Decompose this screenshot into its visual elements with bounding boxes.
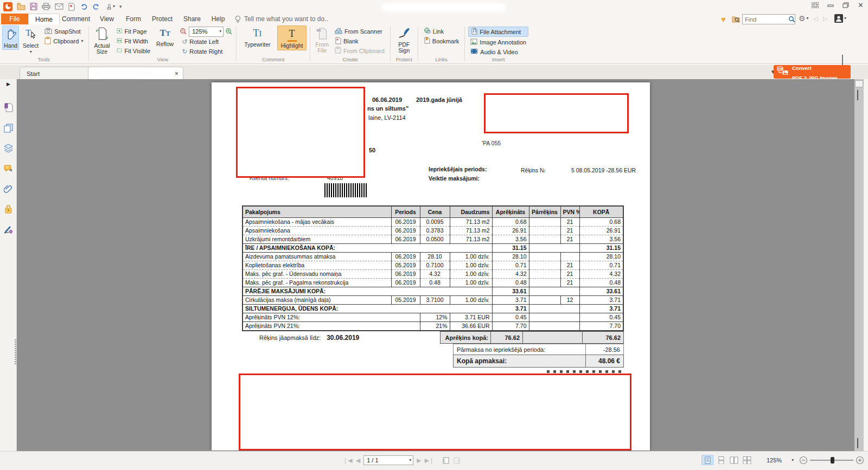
next-page-icon[interactable]: ▶	[417, 457, 421, 464]
tab-comment[interactable]: Comment	[59, 14, 93, 24]
due-label: Rēķins jāapmaksā līdz:	[259, 334, 321, 341]
group-label-tools: Tools	[2, 56, 85, 63]
select-tool-button[interactable]: T Select▾	[21, 25, 40, 55]
undo-icon[interactable]	[80, 3, 88, 10]
tab-start[interactable]: Start	[20, 67, 99, 80]
rotate-left-button[interactable]: ↺ Rotate Left	[180, 37, 233, 46]
bookmarks-panel-icon[interactable]	[4, 103, 13, 112]
email-icon[interactable]	[55, 3, 63, 10]
layout-single-page-icon[interactable]	[701, 455, 713, 465]
app-logo-icon[interactable]	[3, 2, 12, 11]
statusbar-zoom-dropdown-icon[interactable]: ▾	[792, 458, 794, 462]
blank-button[interactable]: Blank	[333, 36, 387, 46]
clipboard-button[interactable]: Clipboard▾	[42, 36, 85, 46]
reflow-button[interactable]: TT Reflow	[155, 25, 175, 48]
workspaces-icon[interactable]	[812, 2, 819, 8]
table-cell: Maks. pēc graf. - Ūdensvadu nomaiņa	[242, 270, 391, 279]
scroll-down-icon[interactable]	[857, 439, 858, 449]
document-canvas-area[interactable]: 06.06.2019 2019.gada jūnijā ns un siltum…	[17, 79, 855, 451]
layout-continuous-icon[interactable]	[716, 455, 726, 465]
prev-page-icon[interactable]: ◀	[356, 457, 360, 464]
scrollbar-thumb[interactable]	[855, 80, 863, 87]
zoom-out-icon[interactable]	[180, 28, 187, 35]
panel-resize-handle[interactable]	[15, 339, 16, 364]
find-input[interactable]	[743, 16, 788, 23]
from-file-button[interactable]: FromFile	[314, 25, 330, 55]
file-attachment-button[interactable]: File Attachment	[468, 27, 528, 37]
layout-facing-icon[interactable]	[729, 455, 739, 465]
restore-icon[interactable]	[843, 2, 849, 8]
table-cell: 0.48	[579, 279, 623, 287]
nav-forward-icon[interactable]: ▷	[823, 15, 827, 22]
fit-visible-button[interactable]: Fit Visible	[114, 46, 152, 55]
tab-close-icon[interactable]: ×	[175, 70, 178, 78]
fit-page-button[interactable]: Fit Page	[114, 27, 152, 36]
actual-size-button[interactable]: ActualSize	[92, 25, 111, 56]
attachments-panel-icon[interactable]	[4, 184, 13, 194]
audio-video-button[interactable]: Audio & Video	[468, 47, 528, 56]
rotate-right-button[interactable]: ↻ Rotate Right	[180, 47, 233, 56]
minimize-icon[interactable]	[827, 3, 834, 8]
image-annotation-button[interactable]: Image Annotation	[468, 37, 528, 47]
security-panel-icon[interactable]	[4, 204, 13, 214]
statusbar-zoom-in-icon[interactable]	[856, 456, 864, 465]
hand-tool-button[interactable]: Hand	[2, 25, 19, 50]
vertical-scrollbar[interactable]	[854, 79, 864, 451]
from-clipboard-button[interactable]: From Clipboard	[333, 46, 387, 55]
collapse-ribbon-button[interactable]	[842, 56, 843, 66]
customize-toolbar-icon[interactable]: ▾	[119, 4, 122, 10]
page-number-combo[interactable]: 1 / 1▾	[363, 455, 413, 465]
zoom-slider-thumb[interactable]	[831, 457, 834, 463]
zoom-in-icon[interactable]	[225, 28, 233, 35]
typewriter-button[interactable]: TI Typewriter	[240, 25, 275, 49]
table-cell: 0.48	[420, 279, 450, 287]
prev-view-icon[interactable]	[442, 456, 450, 464]
tab-help[interactable]: Help	[206, 14, 230, 24]
statusbar-zoom-out-icon[interactable]	[799, 456, 808, 465]
account-avatar-icon[interactable]: ▾	[834, 14, 846, 23]
snapshot-button[interactable]: SnapShot	[42, 27, 85, 36]
save-icon[interactable]	[30, 3, 37, 10]
pages-panel-icon[interactable]	[4, 124, 13, 133]
tab-form[interactable]: Form	[120, 14, 146, 24]
redo-icon[interactable]	[92, 3, 100, 10]
fit-width-button[interactable]: Fit Width	[114, 36, 152, 46]
create-pdf-icon[interactable]	[68, 3, 75, 11]
settings-gear-icon[interactable]: ⚙▾	[799, 14, 809, 23]
layout-continuous-facing-icon[interactable]	[742, 455, 752, 465]
bookmark-button[interactable]: Bookmark	[422, 36, 462, 46]
comments-panel-icon[interactable]	[4, 164, 13, 173]
nav-back-icon[interactable]: ◁	[813, 15, 818, 22]
from-scanner-button[interactable]: From Scanner	[333, 27, 387, 36]
tab-view[interactable]: View	[93, 14, 120, 24]
tab-file[interactable]: File	[1, 14, 28, 24]
tab-document-active[interactable]: ×	[88, 67, 183, 80]
link-button[interactable]: Link	[422, 27, 462, 36]
table-cell	[529, 235, 560, 244]
zoom-level-combo[interactable]: 125%▾	[189, 27, 224, 37]
first-page-icon[interactable]: ❘◀	[343, 457, 353, 464]
zoom-slider[interactable]	[810, 456, 853, 465]
last-page-icon[interactable]: ▶❘	[425, 457, 435, 464]
ink-sign-icon[interactable]: ▾	[105, 3, 115, 11]
favorites-heart-icon[interactable]: ♥	[721, 15, 726, 24]
find-search-icon[interactable]	[788, 16, 795, 23]
search-folder-icon[interactable]	[732, 15, 741, 23]
scroll-up-icon[interactable]	[857, 91, 858, 101]
table-cell: SILTUMENERĢIJA, ŪDENS KOPĀ:	[242, 305, 492, 313]
tell-me-search[interactable]: Tell me what you want to do..	[244, 15, 328, 23]
highlight-button[interactable]: T Highlight	[277, 25, 307, 50]
expand-panel-icon[interactable]: ▶	[7, 81, 10, 87]
next-view-icon[interactable]	[453, 456, 461, 464]
tab-share[interactable]: Share	[178, 14, 206, 24]
close-icon[interactable]: ✕	[858, 1, 864, 9]
tab-protect[interactable]: Protect	[146, 14, 178, 24]
pdf-sign-button[interactable]: PDFSign	[394, 25, 414, 55]
open-file-icon[interactable]	[17, 3, 25, 10]
layers-panel-icon[interactable]	[4, 144, 13, 153]
tab-home[interactable]: Home	[28, 14, 60, 25]
signatures-panel-icon[interactable]	[4, 224, 13, 234]
table-cell: 21	[560, 261, 579, 270]
print-icon[interactable]	[42, 3, 50, 10]
convert-pdf2jpg-button[interactable]: PDF ConvertPDF 2 JPG Images	[774, 65, 851, 79]
